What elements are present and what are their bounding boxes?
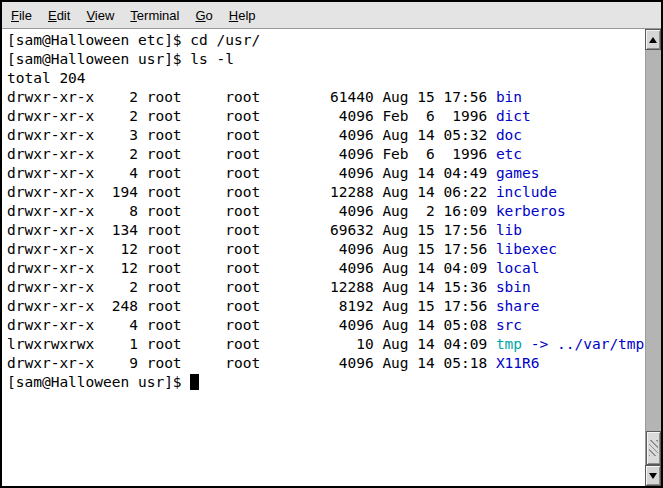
- menu-item-mnemonic: H: [229, 8, 238, 23]
- directory-name: X11R6: [496, 355, 540, 371]
- scrollbar-thumb[interactable]: [646, 431, 661, 465]
- directory-name: share: [496, 298, 540, 314]
- directory-name: lib: [496, 222, 522, 238]
- terminal-line: drwxr-xr-x 3 root root 4096 Aug 14 05:32…: [7, 126, 645, 145]
- terminal-line: drwxr-xr-x 194 root root 12288 Aug 14 06…: [7, 183, 645, 202]
- terminal-text: [sam@Halloween usr]$: [7, 374, 190, 390]
- terminal-line: total 204: [7, 69, 645, 88]
- directory-name: kerberos: [496, 203, 566, 219]
- scroll-down-button[interactable]: [645, 465, 661, 486]
- terminal-text: drwxr-xr-x 12 root root 4096 Aug 14 04:0…: [7, 260, 496, 276]
- terminal-text: drwxr-xr-x 3 root root 4096 Aug 14 05:32: [7, 127, 496, 143]
- menu-item-file[interactable]: File: [3, 3, 40, 28]
- directory-name: src: [496, 317, 522, 333]
- terminal-line: drwxr-xr-x 9 root root 4096 Aug 14 05:18…: [7, 354, 645, 373]
- menu-item-mnemonic: E: [48, 8, 57, 23]
- terminal-line: drwxr-xr-x 12 root root 4096 Aug 14 04:0…: [7, 259, 645, 278]
- directory-name: -> ../var/tmp: [522, 336, 644, 352]
- menu-item-edit[interactable]: Edit: [40, 3, 78, 28]
- directory-name: include: [496, 184, 557, 200]
- terminal-line: drwxr-xr-x 4 root root 4096 Aug 14 05:08…: [7, 316, 645, 335]
- terminal-line: drwxr-xr-x 8 root root 4096 Aug 2 16:09 …: [7, 202, 645, 221]
- menu-item-view[interactable]: View: [78, 3, 122, 28]
- directory-name: bin: [496, 89, 522, 105]
- terminal-cursor: [190, 374, 199, 390]
- terminal-text: drwxr-xr-x 4 root root 4096 Aug 14 04:49: [7, 165, 496, 181]
- terminal-text: total 204: [7, 70, 86, 86]
- terminal-text: drwxr-xr-x 134 root root 69632 Aug 15 17…: [7, 222, 496, 238]
- terminal-text: drwxr-xr-x 8 root root 4096 Aug 2 16:09: [7, 203, 496, 219]
- terminal-line: drwxr-xr-x 2 root root 12288 Aug 14 15:3…: [7, 278, 645, 297]
- up-arrow-icon: [649, 37, 657, 43]
- menu-item-mnemonic: G: [195, 8, 205, 23]
- terminal-text: [sam@Halloween etc]$ cd /usr/: [7, 32, 260, 48]
- directory-name: doc: [496, 127, 522, 143]
- terminal-text: drwxr-xr-x 9 root root 4096 Aug 14 05:18: [7, 355, 496, 371]
- down-arrow-icon: [649, 473, 657, 479]
- terminal-text: drwxr-xr-x 194 root root 12288 Aug 14 06…: [7, 184, 496, 200]
- terminal-text: drwxr-xr-x 2 root root 4096 Feb 6 1996: [7, 146, 496, 162]
- scroll-up-button[interactable]: [645, 29, 661, 50]
- directory-name: libexec: [496, 241, 557, 257]
- terminal-line: [sam@Halloween etc]$ cd /usr/: [7, 31, 645, 50]
- terminal-screen[interactable]: [sam@Halloween etc]$ cd /usr/[sam@Hallow…: [2, 29, 645, 486]
- terminal-body: [sam@Halloween etc]$ cd /usr/[sam@Hallow…: [2, 29, 661, 486]
- directory-name: games: [496, 165, 540, 181]
- menu-bar: FileEditViewTerminalGoHelp: [2, 2, 661, 29]
- terminal-line: drwxr-xr-x 2 root root 4096 Feb 6 1996 e…: [7, 145, 645, 164]
- menu-item-go[interactable]: Go: [187, 3, 220, 28]
- terminal-line: drwxr-xr-x 134 root root 69632 Aug 15 17…: [7, 221, 645, 240]
- thumb-grip-icon: [649, 440, 658, 456]
- menu-item-mnemonic: F: [11, 8, 19, 23]
- directory-name: etc: [496, 146, 522, 162]
- scrollbar: [645, 29, 661, 486]
- menu-item-terminal[interactable]: Terminal: [122, 3, 187, 28]
- symlink-name: tmp: [496, 336, 522, 352]
- terminal-text: drwxr-xr-x 2 root root 61440 Aug 15 17:5…: [7, 89, 496, 105]
- menu-item-help[interactable]: Help: [221, 3, 264, 28]
- terminal-line: drwxr-xr-x 12 root root 4096 Aug 15 17:5…: [7, 240, 645, 259]
- terminal-text: drwxr-xr-x 248 root root 8192 Aug 15 17:…: [7, 298, 496, 314]
- terminal-text: [sam@Halloween usr]$ ls -l: [7, 51, 234, 67]
- terminal-line: [sam@Halloween usr]$ ls -l: [7, 50, 645, 69]
- terminal-text: drwxr-xr-x 2 root root 4096 Feb 6 1996: [7, 108, 496, 124]
- directory-name: sbin: [496, 279, 531, 295]
- terminal-window: FileEditViewTerminalGoHelp [sam@Hallowee…: [0, 0, 663, 488]
- directory-name: local: [496, 260, 540, 276]
- terminal-text: drwxr-xr-x 12 root root 4096 Aug 15 17:5…: [7, 241, 496, 257]
- terminal-text: lrwxrwxrwx 1 root root 10 Aug 14 04:09: [7, 336, 496, 352]
- terminal-text: drwxr-xr-x 4 root root 4096 Aug 14 05:08: [7, 317, 496, 333]
- terminal-line: lrwxrwxrwx 1 root root 10 Aug 14 04:09 t…: [7, 335, 645, 354]
- terminal-line: drwxr-xr-x 248 root root 8192 Aug 15 17:…: [7, 297, 645, 316]
- terminal-line: drwxr-xr-x 4 root root 4096 Aug 14 04:49…: [7, 164, 645, 183]
- terminal-line: [sam@Halloween usr]$: [7, 373, 645, 392]
- menu-item-mnemonic: T: [130, 8, 137, 23]
- menu-item-mnemonic: V: [86, 8, 94, 23]
- directory-name: dict: [496, 108, 531, 124]
- scrollbar-trough[interactable]: [645, 50, 661, 465]
- terminal-line: drwxr-xr-x 2 root root 4096 Feb 6 1996 d…: [7, 107, 645, 126]
- terminal-text: drwxr-xr-x 2 root root 12288 Aug 14 15:3…: [7, 279, 496, 295]
- terminal-line: drwxr-xr-x 2 root root 61440 Aug 15 17:5…: [7, 88, 645, 107]
